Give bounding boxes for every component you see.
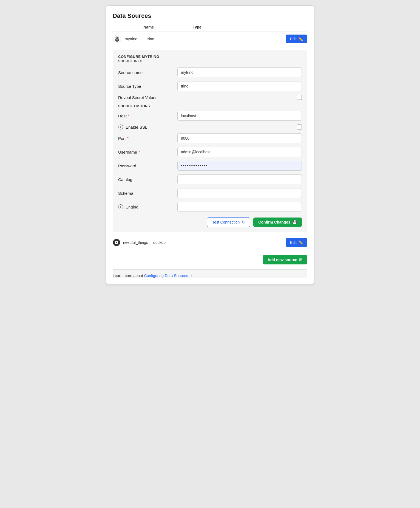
input-engine[interactable] [177, 202, 302, 212]
footer-text: Learn more about [113, 273, 144, 278]
save-icon: 💾 [292, 220, 297, 224]
label-password: Password [118, 163, 173, 168]
footer-link[interactable]: Configuring Data Sources → [144, 273, 193, 278]
column-header-type: Type [193, 25, 220, 29]
duckdb-icon [113, 239, 120, 246]
add-source-row: Add new source ⊞ [113, 252, 307, 264]
input-schema[interactable] [177, 188, 302, 198]
edit-button-needful-things-label: Edit [290, 240, 297, 245]
form-row-reveal-secret: Reveal Secret Values [118, 95, 302, 100]
svg-point-6 [116, 39, 117, 40]
add-new-source-button[interactable]: Add new source ⊞ [263, 255, 307, 264]
form-row-password: Password [118, 161, 302, 171]
trino-icon [113, 35, 121, 43]
label-source-type: Source Type [118, 84, 173, 89]
form-row-schema: Schema [118, 188, 302, 198]
datasource-name-needful-things: needful_things [123, 240, 153, 245]
label-catalog: Catalog [118, 177, 173, 182]
confirm-changes-button[interactable]: Confirm Changes 💾 [253, 218, 302, 227]
required-star-username: * [138, 150, 140, 154]
form-row-username: Username * [118, 147, 302, 157]
datasource-row-mytrino: mytrino trino Edit ✏️ [113, 32, 307, 46]
label-enable-ssl: i Enable SSL [118, 125, 173, 129]
form-row-engine: i Engine [118, 202, 302, 212]
checkbox-enable-ssl[interactable] [297, 125, 302, 129]
confirm-changes-label: Confirm Changes [258, 220, 290, 224]
add-new-source-label: Add new source [268, 258, 297, 262]
input-catalog[interactable] [177, 174, 302, 184]
main-container: Data Sources Name Type mytrino trino Edi… [106, 5, 314, 285]
datasource-row-needful-things: needful_things duckdb Edit ✏️ [113, 235, 307, 250]
label-username: Username * [118, 150, 173, 154]
page-title: Data Sources [113, 12, 307, 19]
required-star-host: * [128, 114, 129, 118]
svg-point-4 [116, 37, 117, 39]
add-source-icon: ⊞ [299, 258, 302, 262]
pencil-icon-mytrino: ✏️ [298, 37, 303, 41]
pencil-icon-needful-things: ✏️ [298, 240, 303, 245]
form-row-source-name: Source name [118, 67, 302, 77]
test-connection-button[interactable]: Test Connection ↻ [207, 217, 250, 227]
required-star-port: * [127, 136, 129, 140]
svg-point-10 [116, 242, 117, 243]
svg-point-7 [117, 39, 118, 40]
label-host: Host * [118, 114, 173, 118]
config-subtitle: SOURCE INFO [118, 59, 302, 63]
input-source-type[interactable] [177, 81, 302, 91]
label-reveal-secret: Reveal Secret Values [118, 95, 173, 100]
label-engine: i Engine [118, 204, 173, 209]
form-row-enable-ssl: i Enable SSL [118, 125, 302, 129]
label-schema: Schema [118, 191, 173, 196]
config-section-mytrino: CONFIGURE MYTRINO SOURCE INFO Source nam… [113, 50, 307, 232]
input-port[interactable] [177, 133, 302, 143]
label-source-name: Source name [118, 70, 173, 75]
datasource-type-mytrino: trino [147, 37, 286, 41]
edit-button-mytrino[interactable]: Edit ✏️ [286, 35, 307, 43]
input-password[interactable] [177, 161, 302, 171]
form-row-source-type: Source Type [118, 81, 302, 91]
refresh-icon: ↻ [241, 219, 246, 225]
input-username[interactable] [177, 147, 302, 157]
label-port: Port * [118, 136, 173, 141]
section-label-source-options: SOURCE OPTIONS [118, 104, 302, 108]
form-row-host: Host * [118, 111, 302, 121]
form-row-catalog: Catalog [118, 174, 302, 184]
info-icon-ssl: i [118, 125, 123, 129]
datasource-type-needful-things: duckdb [153, 240, 286, 245]
svg-point-1 [115, 38, 119, 42]
form-row-port: Port * [118, 133, 302, 143]
checkbox-wrapper-reveal-secret [177, 95, 302, 100]
input-source-name[interactable] [177, 67, 302, 77]
test-connection-label: Test Connection [212, 220, 240, 224]
table-header: Name Type [113, 24, 307, 32]
action-row: Test Connection ↻ Confirm Changes 💾 [118, 217, 302, 227]
info-icon-engine: i [118, 204, 123, 209]
input-host[interactable] [177, 111, 302, 121]
checkbox-reveal-secret[interactable] [297, 95, 302, 100]
config-title: CONFIGURE MYTRINO [118, 55, 302, 59]
column-header-name: Name [143, 25, 171, 29]
datasource-name-mytrino: mytrino [125, 37, 147, 41]
checkbox-wrapper-ssl [177, 125, 302, 129]
footer-bar: Learn more about Configuring Data Source… [113, 269, 307, 278]
edit-button-needful-things[interactable]: Edit ✏️ [286, 238, 307, 247]
svg-point-5 [118, 37, 118, 39]
edit-button-mytrino-label: Edit [290, 37, 297, 41]
